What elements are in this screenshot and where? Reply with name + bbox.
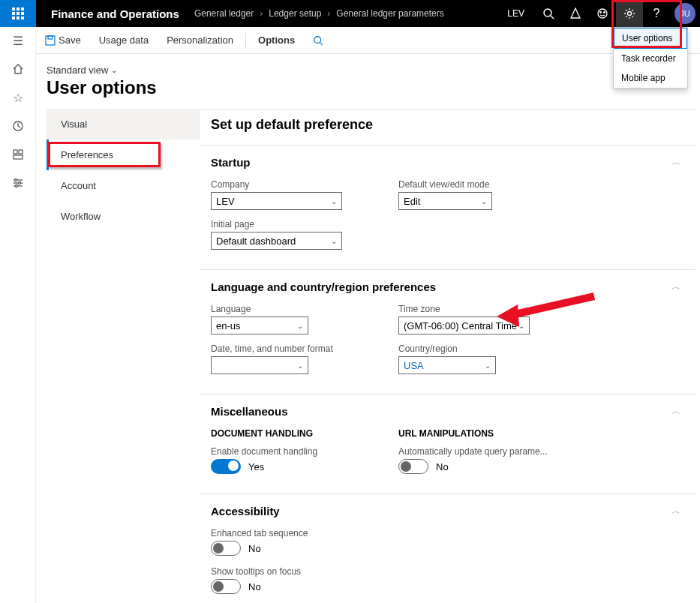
search-icon[interactable]: [535, 0, 562, 27]
field-label: Company: [211, 179, 361, 190]
svg-point-18: [18, 182, 20, 184]
help-icon[interactable]: ?: [643, 0, 670, 27]
date-format-select[interactable]: ⌄: [211, 356, 308, 374]
svg-rect-6: [46, 36, 55, 45]
svg-point-3: [600, 12, 602, 14]
content-title: Set up default preference: [200, 110, 695, 145]
breadcrumb-item[interactable]: Ledger setup: [269, 8, 321, 19]
field-value: Edit: [404, 196, 420, 207]
section-startup: ︿ Startup Company LEV ⌄ Default view/edi…: [200, 145, 695, 269]
chevron-right-icon: ›: [260, 8, 263, 19]
language-select[interactable]: en-us ⌄: [211, 316, 308, 334]
menu-item-user-options[interactable]: User options: [614, 28, 687, 49]
chevron-down-icon: ⌄: [297, 362, 303, 370]
collapse-icon[interactable]: ︿: [671, 405, 680, 418]
chevron-down-icon: ⌄: [331, 197, 337, 206]
usage-data-button[interactable]: Usage data: [90, 27, 158, 53]
svg-point-2: [598, 9, 607, 18]
country-select[interactable]: USA ⌄: [398, 356, 496, 374]
section-heading: Miscellaneous: [211, 405, 685, 418]
document-handling-toggle[interactable]: [211, 459, 241, 474]
chevron-down-icon: ⌄: [331, 237, 337, 245]
top-navbar: Finance and Operations General ledger › …: [0, 0, 700, 27]
chevron-down-icon: ⌄: [518, 322, 524, 330]
section-language: ︿ Language and country/region preference…: [200, 269, 695, 394]
svg-rect-13: [14, 155, 23, 159]
svg-point-4: [604, 12, 605, 14]
url-manipulations-toggle[interactable]: [398, 459, 428, 474]
divider: [245, 33, 246, 48]
field-label: Language: [211, 304, 361, 314]
menu-item-mobile-app[interactable]: Mobile app: [614, 68, 687, 88]
save-label: Save: [59, 34, 81, 46]
notifications-icon[interactable]: [562, 0, 589, 27]
chevron-down-icon: ⌄: [111, 66, 117, 74]
view-label: Standard view: [47, 64, 108, 76]
page-title: User options: [47, 77, 695, 98]
section-heading: Startup: [211, 156, 685, 169]
section-heading: Accessibility: [211, 505, 685, 518]
tab-visual[interactable]: Visual: [47, 109, 200, 140]
tooltips-toggle[interactable]: [211, 579, 241, 594]
hamburger-icon[interactable]: ☰: [11, 33, 26, 48]
svg-rect-7: [48, 36, 53, 39]
tab-workflow[interactable]: Workflow: [47, 201, 200, 232]
toggle-value: No: [436, 461, 449, 472]
svg-point-0: [544, 9, 551, 16]
action-bar: Save Usage data Personalization Options …: [0, 27, 700, 54]
home-icon[interactable]: [11, 62, 26, 76]
subheading: URL Manipulations: [398, 428, 548, 439]
field-label: Enable document handling: [211, 446, 361, 457]
workspaces-icon[interactable]: [11, 147, 26, 162]
collapse-icon[interactable]: ︿: [671, 505, 680, 518]
find-icon[interactable]: [304, 27, 332, 53]
svg-line-9: [320, 42, 323, 45]
personalization-button[interactable]: Personalization: [158, 27, 242, 53]
initial-page-select[interactable]: Default dashboard ⌄: [211, 232, 342, 250]
collapse-icon[interactable]: ︿: [671, 156, 680, 169]
field-label: Initial page: [211, 219, 361, 230]
feedback-icon[interactable]: [589, 0, 616, 27]
timezone-select[interactable]: (GMT-06:00) Central Time (U... ⌄: [398, 316, 530, 334]
field-label: Time zone: [398, 304, 548, 314]
toggle-value: Yes: [248, 461, 264, 472]
breadcrumb-item[interactable]: General ledger parameters: [336, 8, 443, 19]
svg-point-19: [15, 185, 17, 188]
field-value: Default dashboard: [216, 236, 296, 247]
view-selector[interactable]: Standard view ⌄: [47, 64, 695, 76]
user-avatar[interactable]: JU: [674, 3, 695, 24]
viewmode-select[interactable]: Edit ⌄: [398, 192, 492, 210]
field-label: Enhanced tab sequence: [211, 528, 685, 538]
field-value: en-us: [216, 320, 241, 332]
left-nav-rail: ☰ ☆: [0, 27, 36, 603]
chevron-down-icon: ⌄: [485, 362, 491, 370]
options-button[interactable]: Options: [249, 27, 304, 53]
section-accessibility: ︿ Accessibility Enhanced tab sequence No…: [200, 494, 695, 603]
app-launcher-icon[interactable]: [0, 0, 36, 27]
company-picker[interactable]: LEV: [497, 8, 535, 19]
company-select[interactable]: LEV ⌄: [211, 192, 342, 210]
tab-account[interactable]: Account: [47, 170, 200, 201]
field-value: USA: [404, 360, 424, 371]
recent-icon[interactable]: [11, 118, 26, 134]
section-misc: ︿ Miscellaneous Document Handling Enable…: [200, 394, 695, 494]
tab-preferences[interactable]: Preferences: [47, 140, 200, 170]
enhanced-tab-toggle[interactable]: [211, 541, 241, 556]
content-panel: Set up default preference ︿ Startup Comp…: [200, 109, 695, 603]
modules-icon[interactable]: [11, 176, 26, 190]
collapse-icon[interactable]: ︿: [671, 280, 680, 293]
field-value: LEV: [216, 196, 235, 207]
settings-icon[interactable]: [616, 0, 643, 27]
section-heading: Language and country/region preferences: [211, 280, 685, 293]
favorites-icon[interactable]: ☆: [11, 90, 26, 105]
field-label: Default view/edit mode: [398, 179, 548, 190]
field-label: Show tooltips on focus: [211, 566, 685, 577]
breadcrumb-item[interactable]: General ledger: [194, 8, 254, 19]
main-content: Standard view ⌄ User options Visual Pref…: [36, 54, 700, 603]
settings-dropdown: User options Task recorder Mobile app: [613, 27, 688, 88]
field-value: (GMT-06:00) Central Time (U...: [404, 320, 518, 332]
menu-item-task-recorder[interactable]: Task recorder: [614, 49, 687, 68]
save-button[interactable]: Save: [36, 27, 90, 53]
subheading: Document Handling: [211, 428, 361, 439]
svg-point-17: [14, 179, 17, 182]
